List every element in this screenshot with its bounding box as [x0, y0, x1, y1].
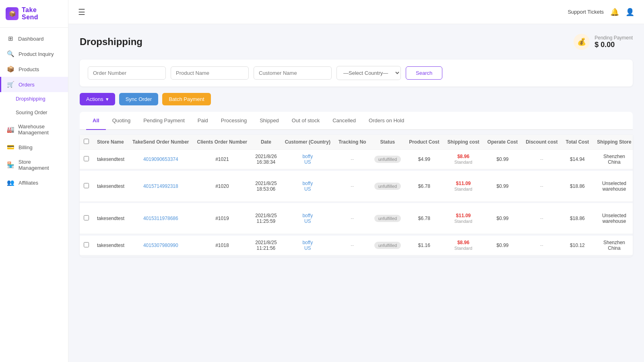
affiliates-icon: 👥 [7, 179, 14, 186]
tab-processing[interactable]: Processing [215, 112, 253, 130]
customer-country: boffyUS [281, 150, 334, 169]
col-discount-cost: Discount cost [522, 135, 561, 150]
sidebar-item-warehouse[interactable]: 🏭 Warehouse Management [0, 119, 68, 140]
order-status: unfulfilled [370, 150, 405, 169]
products-icon: 📦 [7, 66, 14, 73]
row-checkbox[interactable] [84, 156, 89, 161]
col-product-cost: Product Cost [405, 135, 443, 150]
col-store-name: Store Name [93, 135, 128, 150]
row-checkbox[interactable] [84, 242, 89, 247]
total-cost: $18.86 [562, 203, 593, 234]
discount-cost: -- [522, 236, 561, 255]
sidebar-item-label: Product Inquiry [19, 51, 54, 57]
row-checkbox[interactable] [84, 183, 89, 188]
sidebar-item-orders[interactable]: 🛒 Orders [0, 77, 68, 92]
tracking-no: -- [334, 203, 370, 234]
sidebar-item-billing[interactable]: 💳 Billing [0, 140, 68, 155]
customer-name-input[interactable] [254, 66, 332, 80]
tab-cancelled[interactable]: Cancelled [326, 112, 362, 130]
customer-country: boffyUS [281, 236, 334, 255]
sidebar-item-store-management[interactable]: 🏪 Store Management [0, 155, 68, 175]
store-name: takesendtest [93, 150, 128, 169]
orders-icon: 🛒 [7, 81, 14, 88]
billing-icon: 💳 [7, 144, 14, 151]
table-row: takesendtest 4015311978686 #1019 2021/8/… [80, 203, 633, 234]
inquiry-icon: 🔍 [7, 50, 14, 58]
sidebar-item-products[interactable]: 📦 Products [0, 62, 68, 77]
topbar-icons: 🔔 👤 [610, 8, 634, 16]
sidebar-item-label: Dropshipping [16, 96, 45, 102]
product-cost: $4.99 [405, 150, 443, 169]
pending-payment-box: 💰 Pending Payment $ 0.00 [574, 34, 633, 50]
batch-payment-button[interactable]: Batch Payment [162, 93, 211, 105]
sidebar: 📦 TakeSend ⊞ Dashboard 🔍 Product Inquiry… [0, 0, 68, 362]
operate-cost: $0.99 [483, 236, 522, 255]
actions-button[interactable]: Actions ▾ [80, 93, 115, 105]
hamburger-icon[interactable]: ☰ [78, 7, 85, 17]
tab-out-of-stock[interactable]: Out of stock [285, 112, 326, 130]
sidebar-item-souring-order[interactable]: Souring Order [0, 106, 68, 119]
sidebar-item-product-inquiry[interactable]: 🔍 Product Inquiry [0, 46, 68, 62]
sidebar-item-label: Products [19, 66, 39, 72]
sidebar-item-dashboard[interactable]: ⊞ Dashboard [0, 31, 68, 46]
operate-cost: $0.99 [483, 171, 522, 202]
discount-cost: -- [522, 171, 561, 202]
order-number-input[interactable] [88, 66, 166, 80]
store-name: takesendtest [93, 203, 128, 234]
col-shipping-store: Shipping Store [593, 135, 633, 150]
page-title: Dropshipping [80, 36, 142, 47]
search-bar: —Select Country— Search [80, 60, 633, 86]
store-name: takesendtest [93, 171, 128, 202]
product-cost: $6.78 [405, 171, 443, 202]
support-tickets-link[interactable]: Support Tickets [568, 9, 604, 15]
tracking-no: -- [334, 236, 370, 255]
tab-all[interactable]: All [86, 112, 106, 130]
order-date: 2021/8/25 11:21:56 [251, 236, 281, 255]
store-name: takesendtest [93, 236, 128, 255]
shipping-cost: $11.09Standard [443, 171, 483, 202]
table-row: takesendtest 4019090653374 #1021 2021/8/… [80, 150, 633, 169]
sidebar-item-label: Warehouse Management [18, 123, 62, 136]
order-date: 2021/8/25 11:25:59 [251, 203, 281, 234]
sidebar-item-dropshipping[interactable]: Dropshipping [0, 92, 68, 106]
discount-cost: -- [522, 203, 561, 234]
col-total-cost: Total Cost [562, 135, 593, 150]
client-order: #1018 [193, 236, 252, 255]
col-status: Status [370, 135, 405, 150]
shipping-cost: $11.09Standard [443, 203, 483, 234]
pending-payment-label: Pending Payment [594, 35, 633, 41]
sidebar-item-affiliates[interactable]: 👥 Affiliates [0, 175, 68, 190]
product-name-input[interactable] [171, 66, 249, 80]
bell-icon[interactable]: 🔔 [610, 8, 619, 16]
page-header: Dropshipping 💰 Pending Payment $ 0.00 [80, 34, 633, 50]
country-select[interactable]: —Select Country— [336, 66, 401, 80]
col-date: Date [251, 135, 281, 150]
order-status: unfulfilled [370, 171, 405, 202]
client-order: #1020 [193, 171, 252, 202]
select-all-checkbox[interactable] [84, 139, 89, 144]
tab-orders-on-hold[interactable]: Orders on Hold [362, 112, 411, 130]
order-number: 4015311978686 [128, 203, 193, 234]
total-cost: $14.94 [562, 150, 593, 169]
pending-payment-amount: $ 0.00 [594, 41, 633, 49]
dashboard-icon: ⊞ [7, 35, 14, 42]
tab-paid[interactable]: Paid [191, 112, 215, 130]
sync-order-button[interactable]: Sync Order [119, 93, 159, 105]
tab-pending-payment[interactable]: Pending Payment [137, 112, 191, 130]
shipping-store: Shenzhen China [593, 150, 633, 169]
sidebar-item-label: Dashboard [18, 36, 44, 42]
row-checkbox[interactable] [84, 215, 89, 220]
logo: 📦 TakeSend [0, 0, 68, 28]
operate-cost: $0.99 [483, 203, 522, 234]
shipping-cost: $8.96Standard [443, 236, 483, 255]
col-shipping-cost: Shipping cost [443, 135, 483, 150]
table-row: takesendtest 4015714992318 #1020 2021/8/… [80, 171, 633, 202]
tab-quoting[interactable]: Quoting [106, 112, 137, 130]
sidebar-nav: ⊞ Dashboard 🔍 Product Inquiry 📦 Products… [0, 28, 68, 193]
tab-shipped[interactable]: Shipped [253, 112, 285, 130]
user-icon[interactable]: 👤 [625, 8, 634, 16]
sidebar-item-label: Orders [19, 82, 35, 88]
client-order: #1021 [193, 150, 252, 169]
pending-payment-icon: 💰 [574, 34, 590, 50]
search-button[interactable]: Search [406, 66, 442, 80]
